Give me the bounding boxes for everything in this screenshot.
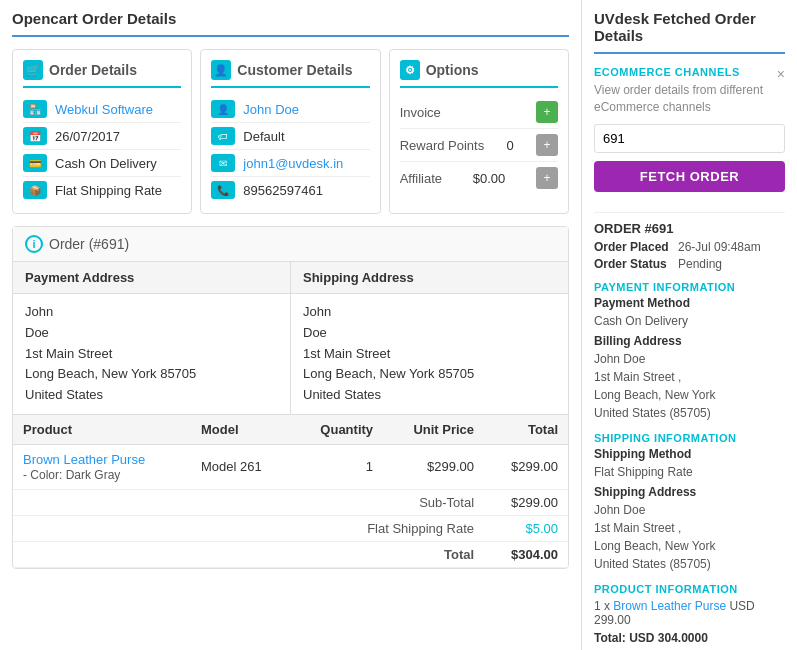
subtotal-label: Sub-Total bbox=[13, 489, 484, 515]
order-detail-item-1: 🏪 Webkul Software bbox=[23, 96, 181, 123]
cards-row: 🛒 Order Details 🏪 Webkul Software 📅 26/0… bbox=[12, 49, 569, 214]
calendar-icon: 📅 bbox=[23, 127, 47, 145]
total-row: Total $304.00 bbox=[13, 541, 568, 567]
options-card: ⚙ Options Invoice + Reward Points 0 + Af… bbox=[389, 49, 569, 214]
shipping-icon: 📦 bbox=[23, 181, 47, 199]
person-icon: 👤 bbox=[211, 100, 235, 118]
model-col-header: Model bbox=[191, 414, 292, 444]
store-icon: 🏪 bbox=[23, 100, 47, 118]
option-affiliate: Affiliate $0.00 + bbox=[400, 162, 558, 194]
product-currency: USD bbox=[729, 599, 754, 613]
shipping-amount: $5.00 bbox=[484, 515, 568, 541]
shipping-row: Flat Shipping Rate $5.00 bbox=[13, 515, 568, 541]
order-detail-item-3: 💳 Cash On Delivery bbox=[23, 150, 181, 177]
right-panel-title: UVdesk Fetched Order Details bbox=[594, 10, 785, 54]
order-number: ORDER #691 bbox=[594, 221, 785, 236]
order-placed-label: Order Placed bbox=[594, 240, 674, 254]
billing-address-label: Billing Address bbox=[594, 334, 785, 348]
ecommerce-section: × ECOMMERCE CHANNELS View order details … bbox=[594, 66, 785, 116]
payment-address: JohnDoe1st Main StreetLong Beach, New Yo… bbox=[13, 294, 291, 414]
product-sub: - Color: Dark Gray bbox=[23, 468, 120, 482]
close-button[interactable]: × bbox=[777, 66, 785, 82]
shipping-info-section: SHIPPING INFORMATION Shipping Method Fla… bbox=[594, 432, 785, 573]
order-meta: ORDER #691 Order Placed 26-Jul 09:48am O… bbox=[594, 221, 785, 271]
left-panel-title: Opencart Order Details bbox=[12, 10, 569, 37]
product-cell: Brown Leather Purse - Color: Dark Gray bbox=[13, 444, 191, 489]
order-details-card: 🛒 Order Details 🏪 Webkul Software 📅 26/0… bbox=[12, 49, 192, 214]
customer-item-1: 👤 John Doe bbox=[211, 96, 369, 123]
product-info-row: 1 x Brown Leather Purse USD 299.00 bbox=[594, 599, 785, 627]
order-details-card-title: 🛒 Order Details bbox=[23, 60, 181, 88]
order-status-label: Order Status bbox=[594, 257, 674, 271]
email-icon: ✉ bbox=[211, 154, 235, 172]
order-placed-value: 26-Jul 09:48am bbox=[678, 240, 761, 254]
order-status-value: Pending bbox=[678, 257, 722, 271]
product-qty: 1 x bbox=[594, 599, 610, 613]
customer-item-4: 📞 89562597461 bbox=[211, 177, 369, 203]
model-cell: Model 261 bbox=[191, 444, 292, 489]
options-card-title: ⚙ Options bbox=[400, 60, 558, 88]
payment-info-label: PAYMENT INFORMATION bbox=[594, 281, 785, 293]
product-row: Brown Leather Purse - Color: Dark Gray M… bbox=[13, 444, 568, 489]
shipping-address-label: Shipping Address bbox=[594, 485, 785, 499]
product-price: 299.00 bbox=[594, 613, 631, 627]
unitprice-col-header: Unit Price bbox=[383, 414, 484, 444]
subtotal-row: Sub-Total $299.00 bbox=[13, 489, 568, 515]
payment-address-header: Payment Address bbox=[13, 262, 291, 294]
product-col-header: Product bbox=[13, 414, 191, 444]
right-panel: UVdesk Fetched Order Details × ECOMMERCE… bbox=[582, 0, 797, 650]
order-placed-row: Order Placed 26-Jul 09:48am bbox=[594, 240, 785, 254]
total-col-header: Total bbox=[484, 414, 568, 444]
shipping-method-value: Flat Shipping Rate bbox=[594, 463, 785, 481]
order-id-input[interactable] bbox=[594, 124, 785, 153]
gear-icon: ⚙ bbox=[400, 60, 420, 80]
address-table: Payment Address Shipping Address JohnDoe… bbox=[13, 262, 568, 414]
total-line: Total: USD 304.0000 bbox=[594, 631, 785, 645]
ecommerce-desc: View order details from different eComme… bbox=[594, 82, 785, 116]
customer-details-card: 👤 Customer Details 👤 John Doe 🏷 Default … bbox=[200, 49, 380, 214]
quantity-col-header: Quantity bbox=[292, 414, 383, 444]
shipping-address-value: John Doe1st Main Street ,Long Beach, New… bbox=[594, 501, 785, 573]
ecommerce-label: ECOMMERCE CHANNELS bbox=[594, 66, 785, 78]
order-detail-item-4: 📦 Flat Shipping Rate bbox=[23, 177, 181, 203]
order-section-title: i Order (#691) bbox=[13, 227, 568, 262]
invoice-btn[interactable]: + bbox=[536, 101, 558, 123]
payment-method-value: Cash On Delivery bbox=[594, 312, 785, 330]
quantity-cell: 1 bbox=[292, 444, 383, 489]
total-label: Total bbox=[13, 541, 484, 567]
order-detail-item-2: 📅 26/07/2017 bbox=[23, 123, 181, 150]
affiliate-btn[interactable]: + bbox=[536, 167, 558, 189]
payment-method-label: Payment Method bbox=[594, 296, 785, 310]
cart-icon: 🛒 bbox=[23, 60, 43, 80]
option-invoice: Invoice + bbox=[400, 96, 558, 129]
phone-icon: 📞 bbox=[211, 181, 235, 199]
user-icon: 👤 bbox=[211, 60, 231, 80]
product-info-section: PRODUCT INFORMATION 1 x Brown Leather Pu… bbox=[594, 583, 785, 645]
payment-info-section: PAYMENT INFORMATION Payment Method Cash … bbox=[594, 281, 785, 422]
reward-btn[interactable]: + bbox=[536, 134, 558, 156]
customer-item-3: ✉ john1@uvdesk.in bbox=[211, 150, 369, 177]
customer-item-2: 🏷 Default bbox=[211, 123, 369, 150]
unitprice-cell: $299.00 bbox=[383, 444, 484, 489]
shipping-address-header: Shipping Address bbox=[291, 262, 569, 294]
payment-icon: 💳 bbox=[23, 154, 47, 172]
subtotal-amount: $299.00 bbox=[484, 489, 568, 515]
shipping-method-label: Shipping Method bbox=[594, 447, 785, 461]
tag-icon: 🏷 bbox=[211, 127, 235, 145]
shipping-address: JohnDoe1st Main StreetLong Beach, New Yo… bbox=[291, 294, 569, 414]
product-link[interactable]: Brown Leather Purse bbox=[23, 452, 145, 467]
billing-address-value: John Doe1st Main Street ,Long Beach, New… bbox=[594, 350, 785, 422]
left-panel: Opencart Order Details 🛒 Order Details 🏪… bbox=[0, 0, 582, 650]
order-section: i Order (#691) Payment Address Shipping … bbox=[12, 226, 569, 569]
fetch-order-button[interactable]: FETCH ORDER bbox=[594, 161, 785, 192]
product-name-link[interactable]: Brown Leather Purse bbox=[613, 599, 726, 613]
total-amount: $304.00 bbox=[484, 541, 568, 567]
total-cell: $299.00 bbox=[484, 444, 568, 489]
info-icon: i bbox=[25, 235, 43, 253]
shipping-label: Flat Shipping Rate bbox=[13, 515, 484, 541]
option-reward: Reward Points 0 + bbox=[400, 129, 558, 162]
order-status-row: Order Status Pending bbox=[594, 257, 785, 271]
customer-details-card-title: 👤 Customer Details bbox=[211, 60, 369, 88]
product-table: Product Model Quantity Unit Price Total … bbox=[13, 414, 568, 568]
product-info-label: PRODUCT INFORMATION bbox=[594, 583, 785, 595]
